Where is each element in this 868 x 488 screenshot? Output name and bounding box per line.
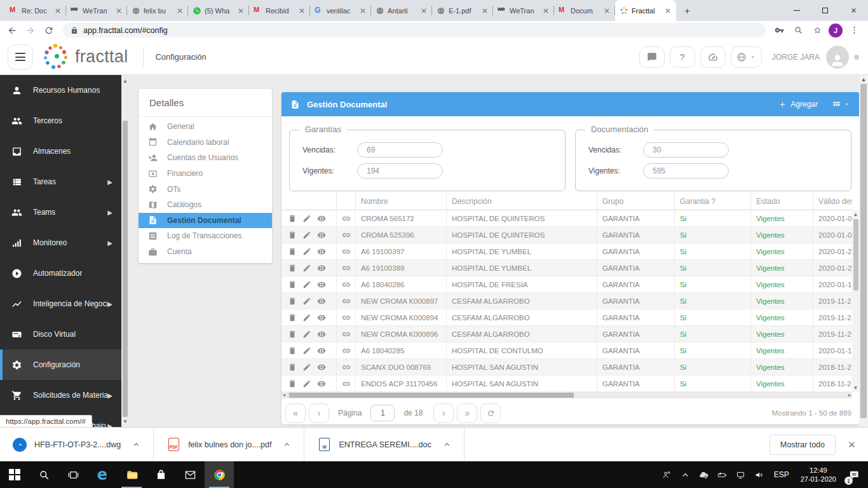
taskbar-search-button[interactable] xyxy=(29,461,58,488)
browser-tab[interactable]: M Docum xyxy=(554,0,615,21)
sidebar-item-tareas[interactable]: Tareas ▶ xyxy=(0,166,121,197)
details-item-cuentas-de-usuarios[interactable]: Cuentas de Usuarios xyxy=(139,150,272,166)
browser-tab[interactable]: we WeTran xyxy=(493,0,554,21)
language-button[interactable] xyxy=(731,46,762,68)
add-button[interactable]: Agregar xyxy=(778,100,818,109)
delete-button[interactable] xyxy=(288,379,297,388)
edit-button[interactable] xyxy=(302,264,311,273)
scroll-up-icon[interactable]: ▲ xyxy=(121,78,129,84)
new-tab-button[interactable] xyxy=(679,3,695,19)
view-button[interactable] xyxy=(317,297,326,306)
last-page-button[interactable]: » xyxy=(457,403,477,423)
scrollbar-thumb[interactable] xyxy=(853,219,858,290)
view-button[interactable] xyxy=(317,280,326,289)
view-button[interactable] xyxy=(317,379,326,388)
download-item[interactable]: ◔ HFB-FTI-OT-P3-2....dwg xyxy=(0,428,154,461)
column-header[interactable]: Garantia ? xyxy=(675,193,751,210)
sidebar-item-inteligencia-de-negocio[interactable]: Inteligencia de Negocio ▶ xyxy=(0,288,121,319)
column-header[interactable]: Grupo xyxy=(597,193,675,210)
refresh-button[interactable] xyxy=(480,403,501,423)
power-button[interactable] xyxy=(713,461,731,488)
details-item-cuenta[interactable]: Cuenta xyxy=(139,244,272,260)
dashboard-button[interactable] xyxy=(700,46,726,68)
details-item-general[interactable]: General xyxy=(139,119,272,135)
tab-close-icon[interactable] xyxy=(237,7,245,15)
column-header[interactable]: Nombre xyxy=(356,193,447,210)
tab-close-icon[interactable] xyxy=(54,7,62,15)
browser-menu-button[interactable] xyxy=(846,23,862,38)
field-value-input[interactable]: 194 xyxy=(357,163,443,179)
edit-button[interactable] xyxy=(302,379,311,388)
scroll-down-icon[interactable]: ▼ xyxy=(852,385,859,391)
chat-button[interactable] xyxy=(639,46,665,68)
close-downloads-icon[interactable] xyxy=(847,440,857,449)
delete-button[interactable] xyxy=(288,214,297,223)
browser-profile-avatar[interactable]: J xyxy=(829,24,843,37)
table-row[interactable]: A6 19100389 HOSPITAL DE YUMBEL GARANTIA … xyxy=(281,260,852,276)
link-button[interactable] xyxy=(342,313,351,322)
forward-button[interactable] xyxy=(22,22,39,39)
download-item[interactable]: PDF felix bulnes don jo....pdf xyxy=(154,428,304,461)
view-button[interactable] xyxy=(317,313,326,322)
edit-button[interactable] xyxy=(302,363,311,372)
details-item-cat-logos[interactable]: Catálogos xyxy=(139,197,272,213)
view-button[interactable] xyxy=(317,231,326,240)
tab-close-icon[interactable] xyxy=(664,7,672,15)
edit-button[interactable] xyxy=(302,214,311,223)
details-item-log-de-transacciones[interactable]: Log de Transacciones xyxy=(139,228,272,244)
table-row[interactable]: NEW CROMA K000896 CESFAM ALGARROBO GARAN… xyxy=(281,326,852,342)
network-button[interactable] xyxy=(731,461,750,488)
details-item-ots[interactable]: OTs xyxy=(139,181,272,197)
bookmark-button[interactable] xyxy=(810,23,825,38)
delete-button[interactable] xyxy=(288,313,297,322)
clock[interactable]: 12:49 27-01-2020 xyxy=(795,466,842,484)
address-bar[interactable]: app.fracttal.com/#config xyxy=(63,23,766,37)
view-toggle-button[interactable] xyxy=(832,100,850,109)
sidebar-item-teams[interactable]: Teams ▶ xyxy=(0,197,121,227)
sidebar-scrollbar[interactable]: ▲ ▼ xyxy=(121,75,129,427)
link-button[interactable] xyxy=(342,330,351,339)
table-horizontal-scrollbar[interactable]: ◂ ▸ xyxy=(281,392,852,398)
mail-button[interactable] xyxy=(175,461,205,488)
field-value-input[interactable]: 595 xyxy=(643,163,729,179)
browser-tab[interactable]: E-1.pdf xyxy=(432,0,493,21)
first-page-button[interactable]: « xyxy=(285,403,306,423)
download-item[interactable]: W ENTREGA SEREMI....doc xyxy=(304,428,464,461)
password-key-button[interactable] xyxy=(771,23,787,38)
delete-button[interactable] xyxy=(288,280,297,289)
tray-expand-button[interactable] xyxy=(676,461,695,488)
next-page-button[interactable]: › xyxy=(433,403,454,423)
tab-close-icon[interactable] xyxy=(603,7,611,15)
view-button[interactable] xyxy=(317,363,326,372)
link-button[interactable] xyxy=(342,280,351,289)
store-button[interactable] xyxy=(146,461,175,488)
link-button[interactable] xyxy=(342,214,351,223)
delete-button[interactable] xyxy=(288,231,297,240)
details-item-financiero[interactable]: Financiero xyxy=(139,166,272,182)
edit-button[interactable] xyxy=(302,231,311,240)
delete-button[interactable] xyxy=(288,264,297,273)
back-button[interactable] xyxy=(4,22,20,39)
table-row[interactable]: NEW CROMA K000897 CESFAM ALGARROBO GARAN… xyxy=(281,293,852,309)
tab-close-icon[interactable] xyxy=(176,7,184,15)
scrollbar-thumb[interactable] xyxy=(123,121,128,417)
delete-button[interactable] xyxy=(288,346,297,355)
link-button[interactable] xyxy=(342,247,351,256)
browser-tab[interactable]: G ventilac xyxy=(310,0,371,21)
view-button[interactable] xyxy=(317,330,326,339)
link-button[interactable] xyxy=(342,297,351,306)
reload-button[interactable] xyxy=(41,22,57,39)
sidebar-item-recursos-humanos[interactable]: Recursos Humanos xyxy=(0,75,121,105)
view-button[interactable] xyxy=(317,214,326,223)
table-row[interactable]: A6 19100397 HOSPITAL DE YUMBEL GARANTIA … xyxy=(281,243,852,260)
delete-button[interactable] xyxy=(288,297,297,306)
action-center-button[interactable]: 1 xyxy=(842,461,868,488)
browser-tab[interactable]: felix bu xyxy=(127,0,188,21)
view-button[interactable] xyxy=(317,346,326,355)
language-indicator[interactable]: ESP xyxy=(768,470,795,479)
delete-button[interactable] xyxy=(288,247,297,256)
link-button[interactable] xyxy=(342,264,351,273)
volume-button[interactable] xyxy=(750,461,768,488)
column-header[interactable]: Descripción xyxy=(447,193,597,210)
table-row[interactable]: ENDOS ACP 31170456 HOSPITAL SAN AGUSTIN … xyxy=(281,376,852,392)
